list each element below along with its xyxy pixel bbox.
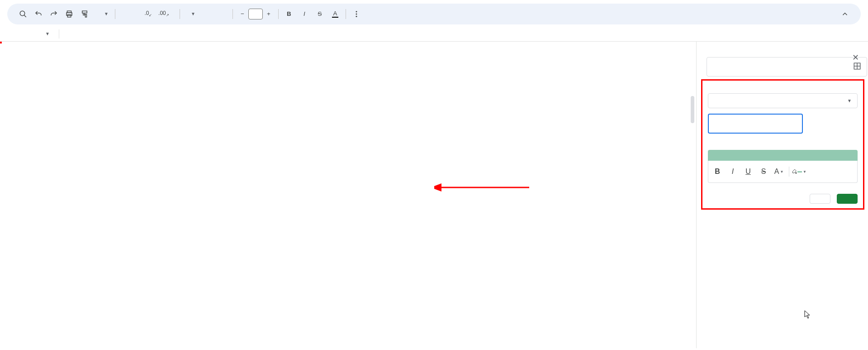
italic-button[interactable]: I bbox=[726, 164, 740, 179]
cell-reference-input[interactable] bbox=[7, 29, 43, 39]
zoom-selector[interactable]: ▼ bbox=[93, 11, 111, 16]
currency-button[interactable] bbox=[119, 7, 124, 21]
conditional-format-sidebar: ✕ ▼ B I U S A▼ ▼ bbox=[696, 42, 868, 348]
print-button[interactable] bbox=[62, 7, 76, 21]
cursor-icon bbox=[804, 310, 811, 321]
more-button[interactable] bbox=[350, 7, 363, 21]
svg-rect-5 bbox=[82, 11, 87, 13]
search-icon[interactable] bbox=[16, 7, 30, 21]
rules-highlighted-section: ▼ B I U S A▼ ▼ bbox=[701, 79, 864, 210]
redo-button[interactable] bbox=[47, 7, 61, 21]
font-size-input[interactable] bbox=[248, 9, 263, 19]
chevron-down-icon: ▼ bbox=[104, 11, 109, 16]
chevron-down-icon: ▼ bbox=[45, 31, 50, 36]
separator bbox=[180, 9, 180, 19]
selection-highlight bbox=[0, 42, 2, 43]
undo-button[interactable] bbox=[32, 7, 45, 21]
italic-button[interactable]: I bbox=[298, 7, 311, 21]
svg-point-8 bbox=[356, 15, 357, 17]
font-selector[interactable]: ▼ bbox=[184, 11, 229, 16]
chevron-down-icon: ▼ bbox=[847, 98, 852, 103]
separator bbox=[115, 9, 115, 19]
grid-icon[interactable] bbox=[853, 62, 861, 72]
underline-button[interactable]: U bbox=[741, 164, 755, 179]
annotation-arrow bbox=[434, 178, 534, 197]
collapse-toolbar-button[interactable] bbox=[838, 7, 852, 21]
text-color-button[interactable]: A bbox=[328, 7, 342, 21]
strikethrough-button[interactable]: S bbox=[756, 164, 771, 179]
separator bbox=[789, 167, 789, 177]
paint-format-button[interactable] bbox=[78, 7, 91, 21]
close-button[interactable]: ✕ bbox=[852, 53, 859, 62]
formula-input[interactable] bbox=[67, 30, 861, 38]
sidebar-buttons bbox=[708, 194, 858, 204]
fill-color-button[interactable]: ▼ bbox=[792, 164, 806, 179]
style-preview[interactable] bbox=[708, 150, 858, 161]
scrollbar-thumb[interactable] bbox=[691, 96, 694, 123]
svg-point-7 bbox=[356, 13, 357, 14]
svg-point-6 bbox=[356, 11, 357, 12]
formula-bar: ▼ bbox=[0, 26, 868, 42]
condition-text-input[interactable] bbox=[708, 114, 803, 134]
font-size-control: − + bbox=[237, 8, 275, 20]
done-button[interactable] bbox=[837, 194, 858, 204]
cancel-button[interactable] bbox=[810, 194, 830, 204]
decrease-font-button[interactable]: − bbox=[237, 8, 248, 20]
strikethrough-button[interactable]: S bbox=[313, 7, 327, 21]
increase-decimal-button[interactable]: .00↗ bbox=[157, 7, 171, 21]
name-box[interactable]: ▼ bbox=[7, 29, 54, 39]
range-input-box[interactable] bbox=[707, 57, 867, 77]
condition-select[interactable]: ▼ bbox=[708, 93, 858, 108]
separator bbox=[232, 9, 233, 19]
svg-line-1 bbox=[24, 15, 26, 17]
bold-button[interactable]: B bbox=[710, 164, 725, 179]
separator bbox=[59, 29, 59, 38]
separator bbox=[278, 9, 279, 19]
main-area: ✕ ▼ B I U S A▼ ▼ bbox=[0, 42, 868, 348]
bold-button[interactable]: B bbox=[282, 7, 296, 21]
spreadsheet-grid[interactable] bbox=[0, 42, 696, 348]
separator bbox=[346, 9, 346, 19]
increase-font-button[interactable]: + bbox=[263, 8, 275, 20]
style-format-toolbar: B I U S A▼ ▼ bbox=[708, 161, 858, 183]
percent-button[interactable] bbox=[126, 7, 140, 21]
text-color-button[interactable]: A▼ bbox=[772, 164, 786, 179]
decrease-decimal-button[interactable]: .0↙ bbox=[142, 7, 155, 21]
number-format-button[interactable] bbox=[172, 7, 176, 21]
toolbar: ▼ .0↙ .00↗ ▼ − + B I S A bbox=[7, 4, 861, 24]
svg-point-0 bbox=[20, 11, 25, 16]
chevron-down-icon: ▼ bbox=[191, 11, 195, 16]
